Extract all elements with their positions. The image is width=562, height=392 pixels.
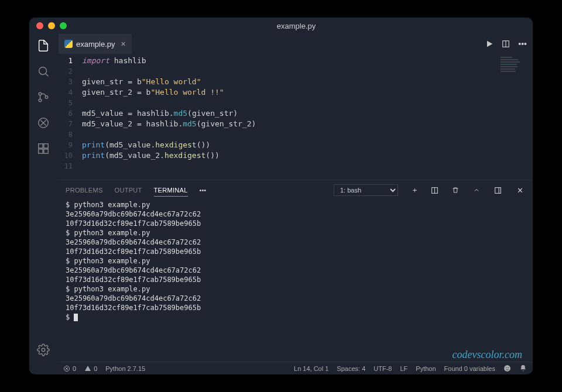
workbench: example.py × ••• [29,34,533,374]
svg-rect-6 [39,144,43,148]
svg-point-21 [506,367,506,368]
line-number: 10 [57,150,82,161]
code-line[interactable]: 1import hashlib [57,56,533,66]
status-bell-icon[interactable] [519,365,527,372]
code-editor[interactable]: 1import hashlib23given_str = b"Hello wor… [57,54,533,180]
svg-point-20 [504,365,510,372]
tab-example-py[interactable]: example.py × [59,34,132,54]
svg-rect-15 [495,187,501,193]
terminal-view[interactable]: $ python3 example.py3e25960a79dbc69b674c… [57,200,533,362]
editor-group: example.py × ••• [57,34,533,374]
svg-point-4 [45,96,48,99]
line-number: 1 [57,56,82,66]
explorer-icon[interactable] [36,39,50,53]
panel-more-icon[interactable]: ••• [200,187,207,194]
terminal-line: 3e25960a79dbc69b674cd4ec67a72c62 [66,209,525,219]
code-line[interactable]: 4given_str_2 = b"Hello world !!" [57,87,533,98]
settings-gear-icon[interactable] [36,343,50,357]
line-number: 4 [57,87,82,98]
panel-tabs: PROBLEMS OUTPUT TERMINAL ••• 1: bash ＋ [57,180,533,200]
code-line[interactable]: 9print(md5_value.hexdigest()) [57,140,533,150]
extensions-icon[interactable] [36,142,50,156]
status-eol[interactable]: LF [400,365,407,372]
status-bar: 0 0 Python 2.7.15 Ln 14, Col 1 Spaces: 4… [57,362,533,374]
activity-bar [29,34,57,374]
svg-rect-9 [44,149,48,153]
toggle-panel-icon[interactable] [494,187,503,194]
status-errors[interactable]: 0 [63,365,76,372]
line-number: 7 [57,119,82,129]
line-number: 5 [57,98,82,108]
code-line[interactable]: 6md5_value = hashlib.md5(given_str) [57,108,533,119]
more-actions-icon[interactable]: ••• [518,39,527,49]
maximize-window-button[interactable] [60,22,67,29]
line-number: 6 [57,108,82,119]
minimap[interactable] [501,57,530,80]
tab-label: example.py [76,40,115,49]
terminal-line: 10f73d16d32cf89e1f7cab7589be965b [66,303,525,312]
terminal-line: $ python3 example.py [66,256,525,266]
kill-terminal-icon[interactable] [452,187,461,194]
status-feedback-icon[interactable] [503,365,511,372]
terminal-selector[interactable]: 1: bash [334,184,398,196]
close-window-button[interactable] [36,22,43,29]
editor-actions: ••• [485,39,533,49]
python-file-icon [64,40,73,48]
code-line[interactable]: 3given_str = b"Hello world" [57,77,533,87]
split-editor-icon[interactable] [502,40,510,48]
terminal-line: $ python3 example.py [66,228,525,238]
search-icon[interactable] [36,64,50,78]
terminal-line: $ [66,312,525,322]
status-warnings[interactable]: 0 [84,365,97,372]
status-spaces[interactable]: Spaces: 4 [337,365,365,372]
status-encoding[interactable]: UTF-8 [373,365,392,372]
window-title: example.py [67,22,526,30]
watermark: codevscolor.com [453,350,522,359]
panel: PROBLEMS OUTPUT TERMINAL ••• 1: bash ＋ [57,180,533,362]
terminal-cursor [74,314,78,321]
line-number: 8 [57,129,82,140]
close-panel-icon[interactable]: ✕ [515,186,525,195]
panel-tab-problems[interactable]: PROBLEMS [66,184,103,196]
status-variables[interactable]: Found 0 variables [444,365,495,372]
code-line[interactable]: 7md5_value_2 = hashlib.md5(given_str_2) [57,119,533,129]
terminal-line: 3e25960a79dbc69b674cd4ec67a72c62 [66,266,525,275]
terminal-line: $ python3 example.py [66,284,525,294]
svg-point-0 [39,67,47,75]
svg-rect-7 [44,144,48,148]
terminal-line: 3e25960a79dbc69b674cd4ec67a72c62 [66,294,525,303]
terminal-line: 3e25960a79dbc69b674cd4ec67a72c62 [66,238,525,247]
window-controls [36,22,67,29]
line-number: 3 [57,77,82,87]
vscode-window: example.py [29,18,533,374]
code-line[interactable]: 10print(md5_value_2.hexdigest()) [57,150,533,161]
status-language[interactable]: Python [416,365,436,372]
minimize-window-button[interactable] [48,22,55,29]
terminal-line: 10f73d16d32cf89e1f7cab7589be965b [66,275,525,284]
svg-point-10 [42,348,45,352]
code-line[interactable]: 11 [57,161,533,171]
split-terminal-icon[interactable] [431,187,440,194]
titlebar: example.py [29,18,533,34]
panel-tab-output[interactable]: OUTPUT [115,184,142,196]
svg-point-2 [39,92,42,95]
code-line[interactable]: 2 [57,66,533,77]
new-terminal-icon[interactable]: ＋ [410,185,419,195]
status-cursor[interactable]: Ln 14, Col 1 [294,365,328,372]
svg-point-22 [508,367,508,368]
panel-tab-terminal[interactable]: TERMINAL [154,184,188,197]
line-number: 11 [57,161,82,171]
maximize-panel-icon[interactable] [473,187,482,194]
code-line[interactable]: 8 [57,129,533,140]
close-tab-icon[interactable]: × [121,39,125,49]
debug-icon[interactable] [36,116,50,130]
source-control-icon[interactable] [36,90,50,104]
run-icon[interactable] [485,40,494,48]
code-line[interactable]: 5 [57,98,533,108]
svg-line-1 [46,74,48,76]
svg-point-3 [39,99,42,102]
status-interpreter[interactable]: Python 2.7.15 [105,365,145,372]
svg-rect-8 [39,149,43,153]
terminal-line: $ python3 example.py [66,200,525,209]
line-number: 9 [57,140,82,150]
